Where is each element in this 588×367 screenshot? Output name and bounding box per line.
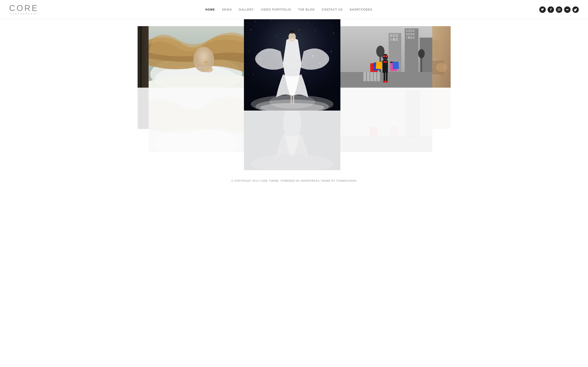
nav-home[interactable]: HOME <box>205 8 215 11</box>
svg-rect-8 <box>142 49 143 50</box>
svg-point-26 <box>308 23 309 23</box>
svg-point-104 <box>383 55 385 57</box>
svg-rect-6 <box>140 26 142 88</box>
svg-point-50 <box>288 33 296 42</box>
svg-rect-54 <box>293 95 294 104</box>
svg-rect-84 <box>363 72 366 81</box>
nav-shortcodes[interactable]: SHORTCODES <box>350 8 372 11</box>
svg-point-34 <box>299 29 299 30</box>
svg-rect-59 <box>406 30 408 32</box>
svg-rect-76 <box>393 38 395 41</box>
site-footer: © COPYRIGHT 2013 CORE THEME. POWERED BY … <box>0 175 588 187</box>
svg-rect-86 <box>370 72 373 81</box>
logo-sub: PHOTOGRAPHY <box>10 13 39 15</box>
svg-point-45 <box>253 74 253 75</box>
svg-rect-111 <box>390 126 397 134</box>
svg-rect-9 <box>138 56 140 57</box>
svg-rect-65 <box>410 33 412 35</box>
svg-rect-11 <box>138 88 149 129</box>
svg-point-38 <box>336 44 336 45</box>
svg-point-2 <box>560 8 560 9</box>
site-header: CORE PHOTOGRAPHY HOME SKINS GALLERY VIDE… <box>0 0 588 19</box>
image-hair-model[interactable] <box>149 26 244 88</box>
svg-rect-10 <box>142 63 143 64</box>
gallery-col-far-left <box>138 26 149 129</box>
svg-rect-110 <box>369 126 377 135</box>
footer-text: © COPYRIGHT 2013 CORE THEME. POWERED BY … <box>231 179 357 182</box>
vimeo-icon[interactable] <box>572 6 579 13</box>
svg-rect-108 <box>340 135 432 152</box>
logo-main: CORE <box>9 4 39 12</box>
svg-rect-103 <box>393 61 399 69</box>
flickr-icon[interactable] <box>564 6 571 13</box>
svg-rect-66 <box>413 33 415 35</box>
svg-rect-109 <box>405 90 420 138</box>
svg-rect-60 <box>408 30 410 32</box>
image-far-right[interactable] <box>432 26 451 88</box>
svg-point-36 <box>324 37 324 38</box>
svg-point-22 <box>262 25 262 25</box>
svg-point-31 <box>276 35 276 35</box>
svg-point-29 <box>333 33 334 33</box>
svg-point-21 <box>255 21 256 22</box>
svg-rect-12 <box>140 88 142 129</box>
svg-point-98 <box>385 81 388 83</box>
svg-rect-96 <box>386 73 388 82</box>
svg-rect-69 <box>410 36 412 39</box>
image-angel-dress[interactable] <box>244 19 340 110</box>
instagram-icon[interactable] <box>556 6 562 13</box>
svg-rect-61 <box>410 30 412 32</box>
svg-rect-95 <box>384 73 385 82</box>
gallery-col-city-shopping <box>340 26 432 152</box>
image-city-shopping[interactable] <box>340 26 432 88</box>
svg-rect-88 <box>377 72 380 81</box>
svg-point-17 <box>204 67 213 73</box>
gallery-section <box>0 19 588 170</box>
gallery-col-angel <box>244 19 340 170</box>
gallery-col-far-right <box>432 26 451 129</box>
svg-point-52 <box>269 95 315 109</box>
svg-rect-75 <box>390 38 392 41</box>
svg-point-32 <box>315 31 315 31</box>
nav-video-portfolio[interactable]: VIDEO PORTFOLIO <box>261 8 291 11</box>
svg-rect-74 <box>396 34 398 37</box>
svg-point-24 <box>271 20 272 21</box>
svg-rect-68 <box>408 36 410 39</box>
svg-point-51 <box>289 30 295 34</box>
svg-point-37 <box>248 51 249 52</box>
svg-point-35 <box>267 47 267 47</box>
svg-rect-87 <box>374 72 376 81</box>
svg-rect-72 <box>390 34 392 37</box>
svg-point-105 <box>385 55 388 57</box>
image-far-left[interactable] <box>138 26 149 88</box>
logo[interactable]: CORE PHOTOGRAPHY <box>9 4 39 15</box>
nav-skins[interactable]: SKINS <box>222 8 232 11</box>
svg-rect-7 <box>139 44 140 45</box>
social-icons-group <box>539 6 579 13</box>
svg-point-1 <box>559 9 560 10</box>
svg-rect-70 <box>413 36 415 39</box>
svg-rect-63 <box>406 33 408 35</box>
nav-the-blog[interactable]: THE BLOG <box>298 8 315 11</box>
svg-rect-64 <box>408 33 410 35</box>
svg-rect-53 <box>291 95 292 104</box>
svg-point-28 <box>331 26 331 26</box>
gallery-strip <box>0 26 588 170</box>
nav-gallery[interactable]: GALLERY <box>239 8 254 11</box>
svg-point-4 <box>567 9 569 10</box>
svg-point-3 <box>566 9 567 10</box>
facebook-icon[interactable] <box>548 6 554 13</box>
nav-contact-us[interactable]: CONTACT US <box>321 8 343 11</box>
svg-rect-116 <box>432 88 451 129</box>
svg-rect-73 <box>393 34 395 37</box>
svg-point-23 <box>250 29 251 30</box>
svg-rect-5 <box>138 26 149 88</box>
svg-rect-101 <box>376 61 382 69</box>
svg-rect-77 <box>396 38 398 41</box>
twitter-icon[interactable] <box>539 6 546 13</box>
svg-rect-85 <box>367 72 370 81</box>
svg-rect-81 <box>421 56 422 72</box>
svg-point-42 <box>331 51 332 52</box>
main-nav: HOME SKINS GALLERY VIDEO PORTFOLIO THE B… <box>205 8 372 11</box>
svg-point-92 <box>383 61 388 63</box>
